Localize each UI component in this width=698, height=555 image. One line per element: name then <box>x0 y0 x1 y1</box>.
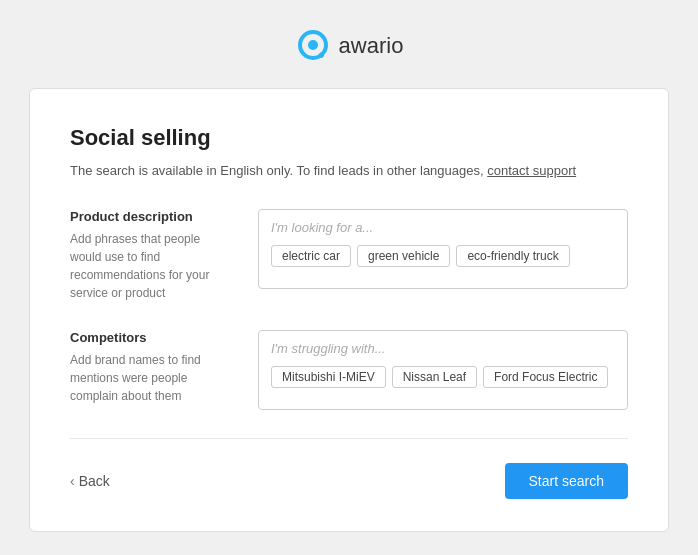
competitors-input-col: I'm struggling with... Mitsubishi I-MiEV… <box>258 330 628 410</box>
product-description-label-col: Product description Add phrases that peo… <box>70 209 230 302</box>
app-title: awario <box>339 33 404 59</box>
competitors-label: Competitors <box>70 330 230 345</box>
tag-mitsubishi: Mitsubishi I-MiEV <box>271 366 386 388</box>
product-description-desc: Add phrases that people would use to fin… <box>70 230 230 302</box>
competitors-row: Competitors Add brand names to find ment… <box>70 330 628 410</box>
product-description-label: Product description <box>70 209 230 224</box>
product-description-tags: electric car green vehicle eco-friendly … <box>271 245 615 267</box>
product-description-input-box[interactable]: I'm looking for a... electric car green … <box>258 209 628 289</box>
competitors-input-box[interactable]: I'm struggling with... Mitsubishi I-MiEV… <box>258 330 628 410</box>
tag-nissan-leaf: Nissan Leaf <box>392 366 477 388</box>
tag-electric-car: electric car <box>271 245 351 267</box>
page-title: Social selling <box>70 125 628 151</box>
footer: ‹ Back Start search <box>70 463 628 499</box>
competitors-tags: Mitsubishi I-MiEV Nissan Leaf Ford Focus… <box>271 366 615 388</box>
tag-ford-focus: Ford Focus Electric <box>483 366 608 388</box>
competitors-label-col: Competitors Add brand names to find ment… <box>70 330 230 410</box>
tag-green-vehicle: green vehicle <box>357 245 450 267</box>
subtitle-text: The search is available in English only.… <box>70 163 484 178</box>
svg-point-1 <box>308 40 318 50</box>
start-search-button[interactable]: Start search <box>505 463 628 499</box>
back-button[interactable]: ‹ Back <box>70 473 110 489</box>
app-header: awario <box>295 28 404 64</box>
competitors-placeholder: I'm struggling with... <box>271 341 615 356</box>
chevron-left-icon: ‹ <box>70 473 75 489</box>
back-button-label: Back <box>79 473 110 489</box>
divider <box>70 438 628 439</box>
product-description-placeholder: I'm looking for a... <box>271 220 615 235</box>
awario-logo-icon <box>295 28 331 64</box>
competitors-desc: Add brand names to find mentions were pe… <box>70 351 230 405</box>
contact-support-link[interactable]: contact support <box>487 163 576 178</box>
subtitle: The search is available in English only.… <box>70 161 628 181</box>
tag-eco-friendly-truck: eco-friendly truck <box>456 245 569 267</box>
product-description-row: Product description Add phrases that peo… <box>70 209 628 302</box>
main-card: Social selling The search is available i… <box>29 88 669 532</box>
product-description-input-col: I'm looking for a... electric car green … <box>258 209 628 302</box>
